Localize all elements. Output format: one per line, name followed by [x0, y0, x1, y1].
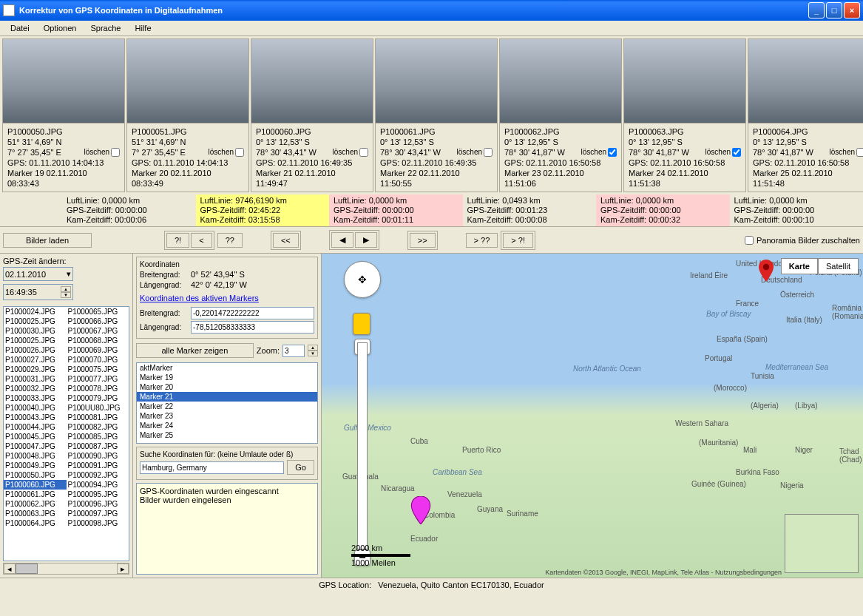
file-item[interactable]: P1000087.JPG — [67, 441, 129, 451]
file-item[interactable]: P1000078.JPG — [67, 384, 129, 393]
marker-item[interactable]: Marker 25 — [137, 430, 317, 440]
nav-prev[interactable]: ◀ — [331, 232, 353, 248]
file-item[interactable]: P1000081.JPG — [67, 413, 129, 422]
time-spinner[interactable]: ▲▼ — [61, 286, 71, 298]
menu-datei[interactable]: Datei — [4, 22, 35, 34]
dropdown-icon[interactable]: ▾ — [67, 269, 71, 279]
marker-list[interactable]: aktMarkerMarker 19Marker 20Marker 21Mark… — [136, 362, 318, 444]
thumbnail-cell[interactable]: P1000063.JPG 0° 13' 12,95" S 78° 30' 41,… — [623, 38, 746, 192]
zoom-slider[interactable] — [357, 342, 368, 549]
map-area[interactable]: United KingdomIreland ÉireDeutschlandPol… — [322, 254, 863, 578]
file-item[interactable]: P1000075.JPG — [67, 365, 129, 374]
file-item[interactable]: P1000090.JPG — [67, 451, 129, 461]
nav-next[interactable]: ▶ — [355, 232, 377, 248]
file-item[interactable]: P1000095.JPG — [67, 490, 129, 499]
pan-control[interactable]: ✥ — [344, 261, 381, 298]
menu-sprache[interactable]: Sprache — [84, 22, 126, 34]
marker-item[interactable]: Marker 22 — [137, 402, 317, 411]
file-item[interactable]: P1000067.JPG — [67, 326, 129, 336]
search-input[interactable] — [140, 461, 284, 474]
delete-check[interactable]: löschen — [581, 147, 617, 158]
file-item[interactable]: P1000070.JPG — [67, 355, 129, 365]
file-item[interactable]: P1000085.JPG — [67, 432, 129, 441]
nav-b9[interactable]: > ?! — [503, 233, 533, 248]
file-item[interactable]: P1000064.JPG — [4, 518, 67, 528]
thumbnail-image[interactable] — [500, 39, 621, 123]
thumbnail-image[interactable] — [127, 39, 248, 123]
thumbnail-cell[interactable]: P1000062.JPG 0° 13' 12,95" S 78° 30' 41,… — [499, 38, 622, 192]
file-item[interactable]: P1000065.JPG — [67, 307, 129, 317]
file-item[interactable]: P1000079.JPG — [67, 393, 129, 403]
delete-check[interactable]: löschen — [457, 147, 493, 158]
file-item[interactable]: P1000050.JPG — [4, 470, 67, 480]
thumbnail-cell[interactable]: P1000060.JPG 0° 13' 12,53" S 78° 30' 43,… — [251, 38, 373, 192]
marker-item[interactable]: Marker 24 — [137, 421, 317, 430]
thumbnail-image[interactable] — [251, 39, 373, 123]
scroll-right-icon[interactable]: ▸ — [117, 563, 129, 574]
pegman-icon[interactable] — [353, 313, 370, 335]
zoom-input[interactable] — [282, 345, 305, 357]
file-item[interactable]: P1000048.JPG — [4, 451, 67, 461]
thumbnail-image[interactable] — [376, 39, 497, 123]
marker-item[interactable]: Marker 21 — [137, 392, 317, 402]
menu-optionen[interactable]: Optionen — [38, 22, 83, 34]
file-list[interactable]: P1000024.JPGP1000025.JPGP1000030.JPGP100… — [3, 306, 129, 561]
file-item[interactable]: P1000077.JPG — [67, 374, 129, 384]
file-item[interactable]: P1000032.JPG — [4, 384, 67, 393]
file-item[interactable]: P1000027.JPG — [4, 355, 67, 365]
map-type-satellit[interactable]: Satellit — [818, 258, 859, 274]
delete-check[interactable]: löschen — [84, 147, 120, 158]
file-item[interactable]: P1000031.JPG — [4, 374, 67, 384]
map-marker-pink[interactable] — [410, 496, 431, 524]
file-item[interactable]: P1000024.JPG — [4, 307, 67, 317]
file-item[interactable]: P1000025.JPG — [4, 317, 67, 326]
delete-check[interactable]: löschen — [830, 147, 863, 158]
minimap[interactable] — [785, 514, 859, 573]
file-item[interactable]: P1000040.JPG — [4, 403, 67, 413]
file-item[interactable]: P1000033.JPG — [4, 393, 67, 403]
minimize-button[interactable]: _ — [808, 2, 825, 18]
marker-item[interactable]: Marker 19 — [137, 373, 317, 382]
nav-b3[interactable]: ?? — [217, 233, 243, 248]
thumbnail-image[interactable] — [748, 39, 863, 123]
file-item[interactable]: P1000029.JPG — [4, 365, 67, 374]
file-item[interactable]: P1000049.JPG — [4, 461, 67, 470]
nav-last[interactable]: >> — [410, 233, 436, 248]
menu-hilfe[interactable]: Hilfe — [129, 22, 158, 34]
date-input[interactable]: 02.11.2010 ▾ — [3, 267, 73, 281]
maximize-button[interactable]: □ — [826, 2, 842, 18]
load-images-button[interactable]: Bilder laden — [3, 233, 92, 248]
time-input[interactable]: 16:49:35 ▲▼ — [3, 284, 73, 300]
file-item[interactable]: P1000069.JPG — [67, 345, 129, 355]
thumbnail-image[interactable] — [624, 39, 745, 123]
file-item[interactable]: P1000082.JPG — [67, 422, 129, 432]
file-item[interactable]: P1000026.JPG — [4, 345, 67, 355]
thumbnail-cell[interactable]: P1000050.JPG 51° 31' 4,69" N 7° 27' 35,4… — [2, 38, 125, 192]
thumbnail-cell[interactable]: P1000061.JPG 0° 13' 12,53" S 78° 30' 43,… — [375, 38, 498, 192]
panorama-checkbox[interactable] — [745, 236, 754, 245]
file-item[interactable]: P1000066.JPG — [67, 317, 129, 326]
map-marker-red[interactable] — [758, 260, 774, 282]
file-item[interactable]: P1000098.JPG — [67, 518, 129, 528]
file-item[interactable]: P1000044.JPG — [4, 422, 67, 432]
file-item[interactable]: P1000063.JPG — [4, 509, 67, 518]
h-scrollbar[interactable]: ◂ ▸ — [3, 563, 129, 575]
file-item[interactable]: P1000030.JPG — [4, 326, 67, 336]
thumbnail-cell[interactable]: P1000064.JPG 0° 13' 12,95" S 78° 30' 41,… — [748, 38, 863, 192]
thumbnail-cell[interactable]: P1000051.JPG 51° 31' 4,69" N 7° 27' 35,4… — [126, 38, 249, 192]
file-item[interactable]: P1000045.JPG — [4, 432, 67, 441]
marker-item[interactable]: Marker 20 — [137, 382, 317, 392]
file-item[interactable]: P1000025.JPG — [4, 336, 67, 345]
nav-b8[interactable]: > ?? — [466, 233, 498, 248]
lon-input[interactable] — [191, 321, 314, 334]
marker-item[interactable]: aktMarker — [137, 363, 317, 373]
active-marker-link[interactable]: Koordinaten des aktiven Markers — [140, 294, 314, 302]
file-item[interactable]: P1000061.JPG — [4, 490, 67, 499]
file-item[interactable]: P1000097.JPG — [67, 509, 129, 518]
show-all-markers-button[interactable]: alle Marker zeigen — [136, 343, 254, 358]
marker-item[interactable]: Marker 23 — [137, 411, 317, 421]
file-item[interactable]: P100UU80.JPG — [67, 403, 129, 413]
file-item[interactable]: P1000068.JPG — [67, 336, 129, 345]
scroll-left-icon[interactable]: ◂ — [4, 563, 16, 574]
file-item[interactable]: P1000047.JPG — [4, 441, 67, 451]
